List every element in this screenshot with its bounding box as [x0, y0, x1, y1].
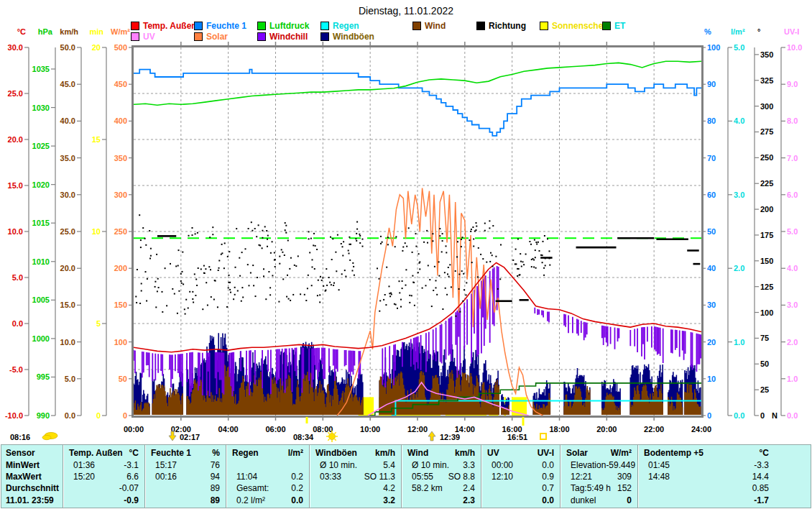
svg-text:1.0: 1.0	[787, 375, 798, 383]
svg-text:25.0: 25.0	[60, 227, 75, 236]
table-column-temp-au-en: Temp. Außen°C01:36-3.115:206.6-0.07-0.9	[63, 445, 144, 508]
column-header: Windböenkm/h	[310, 447, 401, 459]
sensor-unit: °C	[129, 448, 139, 458]
svg-text:10:00: 10:00	[360, 425, 380, 434]
arrow-up-icon	[428, 431, 435, 441]
value-text: 6.6	[126, 472, 139, 482]
svg-text:-5.0: -5.0	[9, 365, 23, 374]
value-text: 89	[211, 495, 220, 505]
svg-text:08:00: 08:00	[313, 425, 333, 434]
axis--: %0102030405060708090100	[701, 27, 720, 420]
svg-text:100: 100	[114, 338, 127, 347]
svg-text:225: 225	[760, 179, 773, 188]
table-row-label: 11.01. 23:59	[1, 495, 63, 506]
table-row: 0.85	[638, 482, 812, 494]
svg-text:1025: 1025	[32, 142, 50, 150]
svg-text:0: 0	[123, 411, 127, 420]
row-label-text: MinWert	[6, 460, 40, 470]
sensor-name: UV	[487, 448, 499, 458]
table-row: 03:33SO 11.3	[310, 471, 401, 482]
svg-text:995: 995	[37, 372, 50, 381]
svg-text:00:00: 00:00	[124, 425, 144, 434]
value-text: 0.2	[291, 483, 303, 493]
value-text: 89	[211, 483, 220, 493]
table-column-solar: SolarW/m²Elevation-59.44912:21309Tag:5:4…	[560, 445, 637, 508]
table-row: 58.2 km2.4	[402, 482, 481, 494]
weather-app-window: { "title": "Dienstag, 11.01.2022", "lege…	[0, 0, 812, 509]
value-label: 00:16	[151, 472, 177, 482]
table-row: 89	[145, 482, 226, 494]
svg-text:300: 300	[114, 191, 127, 199]
value-text: -0.9	[124, 495, 139, 505]
svg-text:1030: 1030	[32, 104, 50, 112]
svg-text:7.0: 7.0	[787, 154, 798, 162]
svg-text:20: 20	[92, 43, 101, 52]
value-label: Elevation	[566, 460, 606, 470]
value-text: 0.7	[542, 483, 554, 493]
value-text: 152	[617, 483, 632, 493]
axis--: °0N2550751001251501752002252502753003253…	[755, 27, 778, 420]
row-label-text: Sensor	[6, 448, 35, 458]
svg-text:45.0: 45.0	[60, 80, 75, 88]
svg-text:175: 175	[760, 231, 773, 239]
value-label: Gesamt:	[232, 483, 269, 493]
value-text: 309	[617, 472, 632, 482]
svg-text:100: 100	[760, 308, 773, 317]
svg-text:0: 0	[760, 411, 765, 420]
svg-text:2.0: 2.0	[734, 264, 744, 272]
table-row: Ø 10 min.5.4	[310, 459, 401, 470]
sensor-name: Feuchte 1	[151, 448, 191, 458]
row-label-text: 11.01. 23:59	[6, 495, 54, 505]
axis-min: min05101520	[89, 27, 106, 420]
svg-text:150: 150	[114, 301, 127, 309]
svg-text:200: 200	[760, 205, 773, 214]
astro-marker-time: 02:17	[180, 433, 200, 441]
svg-text:-10.0: -10.0	[5, 411, 23, 420]
svg-text:5.0: 5.0	[65, 375, 75, 383]
svg-text:300: 300	[760, 102, 773, 111]
value-text: -1.7	[754, 495, 769, 505]
svg-text:125: 125	[760, 283, 773, 291]
table-row: 15:206.6	[63, 471, 144, 482]
moon-cloud-icon	[42, 433, 57, 440]
astro-marker-time: 08:34	[293, 433, 314, 441]
value-label: 00:00	[487, 460, 513, 470]
svg-text:10.0: 10.0	[787, 43, 802, 52]
sensor-unit: km/h	[455, 448, 475, 458]
svg-text:400: 400	[114, 116, 127, 125]
sensor-name: Regen	[232, 448, 259, 458]
axis-uv-i: UV-I0.01.02.03.04.05.06.07.08.09.010.0	[781, 27, 802, 420]
table-row: 12:21309	[560, 471, 637, 482]
value-text: 5.4	[383, 460, 395, 470]
column-header: UVUV-I	[481, 447, 560, 459]
svg-text:100: 100	[707, 43, 720, 52]
svg-text:8.0: 8.0	[787, 116, 798, 125]
svg-text:40.0: 40.0	[60, 116, 75, 125]
column-header: SolarW/m²	[560, 447, 637, 459]
svg-text:24:00: 24:00	[691, 425, 711, 434]
svg-text:0.0: 0.0	[787, 411, 798, 420]
value-text: 76	[211, 460, 220, 470]
svg-text:10.0: 10.0	[60, 338, 75, 347]
svg-text:6.0: 6.0	[787, 191, 798, 199]
svg-text:4.0: 4.0	[787, 264, 798, 272]
sensor-unit: %	[212, 448, 220, 458]
svg-text:UV-I: UV-I	[784, 27, 799, 36]
value-label: 03:33	[315, 472, 341, 482]
svg-text:5.0: 5.0	[734, 43, 744, 52]
svg-text:1005: 1005	[32, 295, 50, 304]
value-label: Tag:5:49 h	[566, 483, 611, 493]
value-text: 0.0	[291, 495, 303, 505]
svg-text:hPa: hPa	[38, 27, 53, 36]
svg-text:20:00: 20:00	[596, 425, 617, 434]
svg-text:5: 5	[96, 319, 101, 328]
sensor-unit: W/m²	[611, 448, 632, 458]
svg-text:06:00: 06:00	[265, 425, 285, 434]
value-label: 12:10	[487, 472, 513, 482]
svg-text:20.0: 20.0	[8, 135, 23, 144]
value-label: dunkel	[566, 495, 596, 505]
svg-text:2.0: 2.0	[787, 338, 798, 347]
sun-icon	[326, 431, 338, 442]
svg-text:N: N	[772, 411, 778, 420]
svg-text:50: 50	[119, 375, 127, 383]
